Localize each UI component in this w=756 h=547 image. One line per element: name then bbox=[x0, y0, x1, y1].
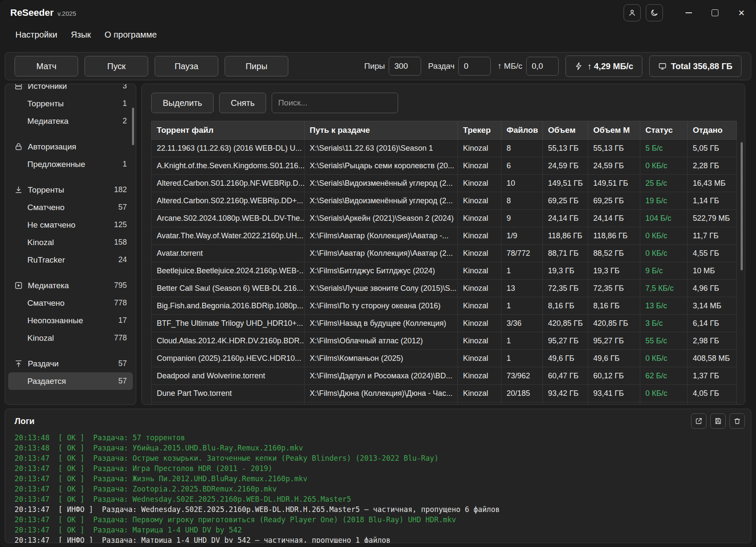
table-row[interactable]: Big.Fish.and.Begonia.2016.BDRip.1080p...… bbox=[152, 297, 737, 315]
total-size-indicator[interactable]: Total 356,88 ГБ bbox=[649, 56, 741, 77]
sidebar-item-authorization[interactable]: Авторизация bbox=[8, 138, 133, 155]
select-all-button[interactable]: Выделить bbox=[151, 93, 214, 113]
sidebar-item-torrents[interactable]: Торренты182 bbox=[8, 181, 133, 199]
table-row[interactable]: Beetlejuice.Beetlejuice.2024.2160p.WEB-.… bbox=[152, 262, 737, 280]
cell-tracker: Kinozal bbox=[458, 297, 501, 315]
theme-toggle-button[interactable] bbox=[646, 4, 663, 21]
cell-file: Avatar.The.Way.of.Water.2022.2160p.UH... bbox=[152, 227, 305, 245]
sidebar-item-sources[interactable]: Источники3 bbox=[8, 84, 133, 95]
sidebar-item-suggested[interactable]: Предложенные1 bbox=[8, 155, 133, 173]
seeds-input[interactable] bbox=[458, 57, 491, 76]
open-log-button[interactable] bbox=[691, 413, 706, 429]
upload-limit-input[interactable] bbox=[526, 57, 559, 76]
sidebar-item-torrents-matched[interactable]: Сматчено57 bbox=[8, 199, 133, 216]
save-log-button[interactable] bbox=[710, 413, 726, 429]
toolbar-button-pause[interactable]: Пауза bbox=[155, 56, 218, 76]
column-header-6[interactable]: Статус bbox=[640, 121, 688, 140]
upload-speed-indicator[interactable]: ↑ 4,29 МБ/с bbox=[566, 56, 642, 77]
cell-path: X:\Films\Облачный атлас (2012) bbox=[305, 332, 458, 350]
close-icon: ✕ bbox=[738, 8, 745, 18]
table-row[interactable]: Altered.Carbon.S01.2160p.NF.WEBRip.D...X… bbox=[152, 175, 737, 192]
table-row[interactable]: Altered.Carbon.S02.2160p.WEBRip.DD+...X:… bbox=[152, 192, 737, 210]
account-button[interactable] bbox=[624, 4, 641, 21]
table-row[interactable]: Avatar.The.Way.of.Water.2022.2160p.UH...… bbox=[152, 227, 737, 245]
toolbar-button-peers[interactable]: Пиры bbox=[225, 56, 288, 76]
open-external-icon bbox=[695, 417, 703, 425]
cell-size: 69,25 ГБ bbox=[543, 192, 588, 210]
sidebar-item-media-unknown[interactable]: Неопознанные17 bbox=[8, 312, 133, 329]
sidebar-scrollbar-thumb[interactable] bbox=[132, 108, 134, 145]
sidebar-item-media-library[interactable]: Медиатека795 bbox=[8, 277, 133, 294]
menu-item-language[interactable]: Язык bbox=[71, 28, 91, 41]
sidebar-item-count: 125 bbox=[114, 220, 127, 229]
close-button[interactable]: ✕ bbox=[732, 4, 751, 21]
sidebar-item-media-matched[interactable]: Сматчено778 bbox=[8, 294, 133, 312]
sidebar-group: Медиатека795Сматчено778Неопознанные17Kin… bbox=[8, 277, 133, 347]
menu-item-settings[interactable]: Настройки bbox=[15, 28, 57, 41]
table-row[interactable]: Arcane.S02.2024.1080p.WEB-DL.DV-The...X:… bbox=[152, 210, 737, 227]
sidebar-item-count: 795 bbox=[114, 281, 127, 290]
cell-uploaded: 408,58 МБ bbox=[688, 350, 737, 367]
table-row[interactable]: Dune.Part.One.2021.BDRemux.2160p.N...X:\… bbox=[152, 402, 737, 405]
column-header-5[interactable]: Объем М bbox=[588, 121, 640, 140]
deselect-button[interactable]: Снять bbox=[219, 93, 266, 113]
cell-path: X:\Films\По ту сторону океана (2016) bbox=[305, 297, 458, 315]
table-row[interactable]: BTF_The Ultimate Trilogy UHD_HDR10+...X:… bbox=[152, 315, 737, 332]
log-line: 20:13:47 [ OK ] Раздача: Wednesday.S02E.… bbox=[15, 494, 751, 504]
cell-uploaded: 1,14 ГБ bbox=[688, 192, 737, 210]
cell-status: 0 КБ/с bbox=[640, 350, 688, 367]
cell-status: 5 Б/с bbox=[640, 140, 688, 157]
table-row[interactable]: A.Knight.of.the.Seven.Kingdoms.S01.216..… bbox=[152, 157, 737, 175]
table-row[interactable]: Companion (2025).2160p.HEVC.HDR10...X:\F… bbox=[152, 350, 737, 367]
cell-uploaded: 11,7 ГБ bbox=[688, 227, 737, 245]
sidebar-item-count: 17 bbox=[118, 316, 127, 325]
sidebar-item-torrents-not-matched[interactable]: Не сматчено125 bbox=[8, 216, 133, 234]
sidebar-item-sources-media[interactable]: Медиатека2 bbox=[8, 112, 133, 130]
cell-files: 1 bbox=[501, 332, 543, 350]
sidebar-item-sources-torrents[interactable]: Торренты1 bbox=[8, 95, 133, 112]
column-header-4[interactable]: Объем bbox=[543, 121, 588, 140]
cell-size_m: 8,16 ГБ bbox=[588, 297, 640, 315]
column-header-2[interactable]: Трекер bbox=[458, 121, 501, 140]
sidebar-item-label: Раздается bbox=[27, 377, 66, 386]
sidebar-item-seeding[interactable]: Раздается57 bbox=[8, 372, 133, 390]
sidebar-item-label: Источники bbox=[28, 84, 67, 91]
peers-input[interactable] bbox=[389, 57, 421, 76]
search-input[interactable] bbox=[272, 93, 398, 113]
table-scrollbar-thumb[interactable] bbox=[741, 142, 743, 270]
table-row[interactable]: Better Call Saul (Season 6) WEB-DL 216..… bbox=[152, 280, 737, 297]
menu-item-about[interactable]: О программе bbox=[105, 28, 157, 41]
table-row[interactable]: Cloud.Atlas.2012.4K.HDR.DV.2160p.BDR...X… bbox=[152, 332, 737, 350]
monitor-icon bbox=[658, 62, 667, 70]
table-row[interactable]: 22.11.1963 (11.22.63) (2016 WEB-DL) U...… bbox=[152, 140, 737, 157]
sidebar-group: Раздачи57Раздается57 bbox=[8, 355, 133, 390]
clear-log-button[interactable] bbox=[730, 413, 745, 429]
cell-file: Beetlejuice.Beetlejuice.2024.2160p.WEB-.… bbox=[152, 262, 305, 280]
cell-files: 8 bbox=[501, 140, 543, 157]
maximize-button[interactable] bbox=[706, 4, 724, 21]
column-header-1[interactable]: Путь к раздаче bbox=[305, 121, 458, 140]
sidebar-item-seeds[interactable]: Раздачи57 bbox=[8, 355, 133, 372]
minimize-button[interactable] bbox=[679, 4, 698, 21]
cell-tracker: Kinozal bbox=[458, 175, 501, 192]
column-header-7[interactable]: Отдано bbox=[688, 121, 737, 140]
cell-tracker: Kinozal bbox=[458, 157, 501, 175]
column-header-3[interactable]: Файлов bbox=[501, 121, 543, 140]
cell-size: 88,71 ГБ bbox=[543, 245, 588, 262]
toolbar-button-match[interactable]: Матч bbox=[15, 56, 78, 76]
column-header-0[interactable]: Торрент файл bbox=[152, 121, 305, 140]
table-row[interactable]: Dune Part Two.torrentX:\Films\Дюна (Колл… bbox=[152, 385, 737, 402]
lightning-icon bbox=[574, 62, 583, 70]
cell-file: Avatar.torrent bbox=[152, 245, 305, 262]
app-title-group: ReSeeder v.2025 bbox=[10, 7, 76, 18]
sidebar-item-torrents-rutracker[interactable]: RuTracker24 bbox=[8, 251, 133, 269]
table-row[interactable]: Deadpool and Wolverine.torrentX:\Films\Д… bbox=[152, 367, 737, 385]
sidebar-item-count: 3 bbox=[123, 84, 127, 91]
toolbar-button-start[interactable]: Пуск bbox=[85, 56, 148, 76]
sidebar-item-media-kinozal[interactable]: Kinozal778 bbox=[8, 329, 133, 347]
cell-files: 13 bbox=[501, 280, 543, 297]
sidebar-item-label: Торренты bbox=[27, 99, 64, 108]
sidebar-item-torrents-kinozal[interactable]: Kinozal158 bbox=[8, 234, 133, 251]
cell-tracker: Kinozal bbox=[458, 245, 501, 262]
table-row[interactable]: Avatar.torrentX:\Films\Аватар (Коллекция… bbox=[152, 245, 737, 262]
